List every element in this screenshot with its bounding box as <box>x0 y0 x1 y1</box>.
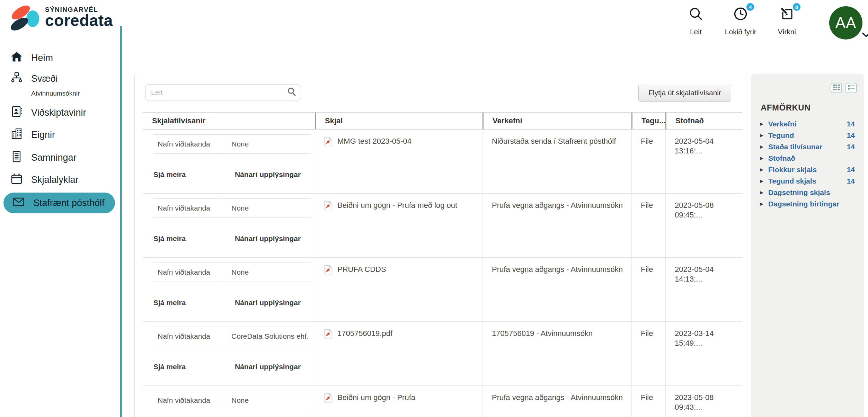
table-view-toggle-button[interactable] <box>831 83 842 93</box>
sitemap-icon <box>10 71 23 86</box>
filter-item[interactable]: ▶ Stofnað <box>760 152 855 164</box>
brand-name: coredata <box>45 11 113 30</box>
created-cell: 2023-03-14 15:49:... <box>665 322 742 385</box>
document-name: Beiðni um gögn - Prufa með log out <box>337 201 457 210</box>
filter-item[interactable]: ▶ Tegund 14 <box>760 130 855 141</box>
details-link[interactable]: Nánari upplýsingar <box>235 362 301 372</box>
list-view-toggle-button[interactable] <box>845 83 857 93</box>
recipient-label: Nafn viðtakanda <box>153 391 223 410</box>
recipient-value: None <box>223 263 311 282</box>
filter-item[interactable]: ▶ Tegund skjals 14 <box>760 175 855 187</box>
pdf-file-icon <box>324 136 333 149</box>
grid-view-icon <box>833 85 840 92</box>
details-link[interactable]: Nánari upplýsingar <box>235 234 301 243</box>
sidebar-item-vidskiptavinir[interactable]: Viðskiptavinir <box>10 105 86 120</box>
sidebar-item-label: Samningar <box>31 152 77 163</box>
created-cell: 2023-05-04 14:13:... <box>665 258 742 321</box>
sidebar-divider <box>120 26 122 417</box>
filter-item-label: Staða tilvísunar <box>768 143 822 151</box>
caret-right-icon: ▶ <box>760 167 768 172</box>
activity-action-button[interactable]: 8 Virkni <box>778 6 796 36</box>
sidebar-item-svaedi[interactable]: Svæði Atvinnuumsóknir <box>10 71 80 97</box>
project-cell: 1705756019 - Atvinnuumsókn <box>482 322 631 385</box>
filter-item-count: 14 <box>847 143 855 151</box>
references-table: Skjalatilvísanir Skjal Verkefni Tegu... … <box>143 112 742 417</box>
filter-item-count: 14 <box>847 166 855 174</box>
details-link[interactable]: Nánari upplýsingar <box>235 298 301 308</box>
recipient-label: Nafn viðtakanda <box>153 135 223 153</box>
recipient-value: None <box>223 135 311 153</box>
sidebar-item-label: Svæði <box>31 73 58 84</box>
user-avatar[interactable]: AA <box>829 6 862 39</box>
filter-item-count: 14 <box>847 120 855 128</box>
home-icon <box>10 51 23 65</box>
details-link[interactable]: Nánari upplýsingar <box>235 170 301 179</box>
envelope-icon <box>12 196 25 211</box>
created-cell: 2023-05-08 09:43:... <box>665 386 742 417</box>
caret-right-icon: ▶ <box>760 178 768 184</box>
column-header-skjalatilvisanir: Skjalatilvísanir <box>143 113 315 129</box>
document-link[interactable]: Beiðni um gögn - Prufa með log out <box>324 201 479 213</box>
search-action-button[interactable]: Leit <box>688 6 703 36</box>
column-header-verkefni: Verkefni <box>482 113 631 129</box>
list-view-icon <box>848 85 855 91</box>
filter-item-label: Tegund <box>768 131 794 140</box>
table-row: Nafn viðtakanda CoreData Solutions ehf. … <box>143 322 742 386</box>
sidebar-item-label: Heim <box>31 53 53 63</box>
recipient-mini-table: Nafn viðtakanda None <box>153 134 311 154</box>
type-cell: File <box>631 386 665 417</box>
caret-right-icon: ▶ <box>760 121 768 126</box>
sidebar-item-label: Viðskiptavinir <box>31 107 86 118</box>
brand-logo-icon <box>10 4 42 31</box>
see-more-link[interactable]: Sjá meira <box>153 234 235 243</box>
document-name: Beiðni um gögn - Prufa <box>337 393 415 402</box>
filter-item[interactable]: ▶ Dagsetning skjals <box>760 187 855 198</box>
table-row: Nafn viðtakanda None Sjá meira Nánari up… <box>143 130 742 194</box>
activity-count-badge: 8 <box>792 2 801 12</box>
column-header-skjal: Skjal <box>315 113 482 129</box>
filter-panel: AFMÖRKUN ▶ Verkefni 14 ▶ Tegund 14 ▶ Sta… <box>751 74 864 417</box>
column-header-tegund: Tegu... <box>631 113 665 129</box>
document-link[interactable]: PRUFA CDDS <box>324 265 479 277</box>
filter-list: ▶ Verkefni 14 ▶ Tegund 14 ▶ Staða tilvís… <box>760 118 855 210</box>
sidebar-item-skjalalyklar[interactable]: Skjalalyklar <box>10 172 79 187</box>
recipient-mini-table: Nafn viðtakanda None <box>153 263 311 282</box>
document-link[interactable]: Beiðni um gögn - Prufa <box>324 393 479 405</box>
filter-item[interactable]: ▶ Dagsetning birtingar <box>760 198 855 210</box>
search-action-label: Leit <box>690 28 702 36</box>
see-more-link[interactable]: Sjá meira <box>153 362 235 372</box>
brand-logo[interactable]: SÝNINGARVÉL coredata <box>10 4 113 31</box>
recipient-value: None <box>223 199 311 218</box>
sidebar-item-sublabel: Atvinnuumsóknir <box>31 90 80 97</box>
caret-right-icon: ▶ <box>760 201 768 206</box>
sidebar-item-eignir[interactable]: Eignir <box>10 127 55 142</box>
sidebar-item-label: Skjalalyklar <box>31 175 79 185</box>
chevron-down-icon[interactable] <box>862 32 868 39</box>
see-more-link[interactable]: Sjá meira <box>153 298 235 308</box>
sidebar-item-samningar[interactable]: Samningar <box>10 150 77 165</box>
deadlines-action-button[interactable]: 4 Lokið fyrir <box>725 6 756 36</box>
sidebar-item-stafraent-posholf[interactable]: Stafrænt pósthólf <box>3 193 115 213</box>
search-submit-icon[interactable] <box>287 87 296 98</box>
filter-item[interactable]: ▶ Staða tilvísunar 14 <box>760 141 855 152</box>
document-link[interactable]: 1705756019.pdf <box>324 329 479 341</box>
building-icon <box>10 127 23 142</box>
export-references-button[interactable]: Flytja út skjalatilvísanir <box>638 84 731 102</box>
recipient-label: Nafn viðtakanda <box>153 263 223 282</box>
filter-item-label: Dagsetning birtingar <box>768 200 839 208</box>
search-input[interactable] <box>151 88 287 97</box>
sidebar-item-heim[interactable]: Heim <box>10 51 53 65</box>
filter-item-count: 14 <box>847 177 855 185</box>
filter-item[interactable]: ▶ Flokkur skjals 14 <box>760 164 855 175</box>
activity-action-label: Virkni <box>778 28 796 36</box>
filter-item[interactable]: ▶ Verkefni 14 <box>760 118 855 130</box>
table-header-row: Skjalatilvísanir Skjal Verkefni Tegu... … <box>143 112 742 130</box>
see-more-link[interactable]: Sjá meira <box>153 170 235 179</box>
column-header-stofnad: Stofnað <box>665 113 742 129</box>
filter-item-label: Dagsetning skjals <box>768 188 830 197</box>
pdf-file-icon <box>324 201 333 213</box>
project-cell: Prufa vegna aðgangs - Atvinnuumsókn <box>482 386 631 417</box>
filter-item-count: 14 <box>847 131 855 140</box>
document-link[interactable]: MMG test 2023-05-04 <box>324 136 479 149</box>
table-row: Nafn viðtakanda None Sjá meira Nánari up… <box>143 386 742 417</box>
